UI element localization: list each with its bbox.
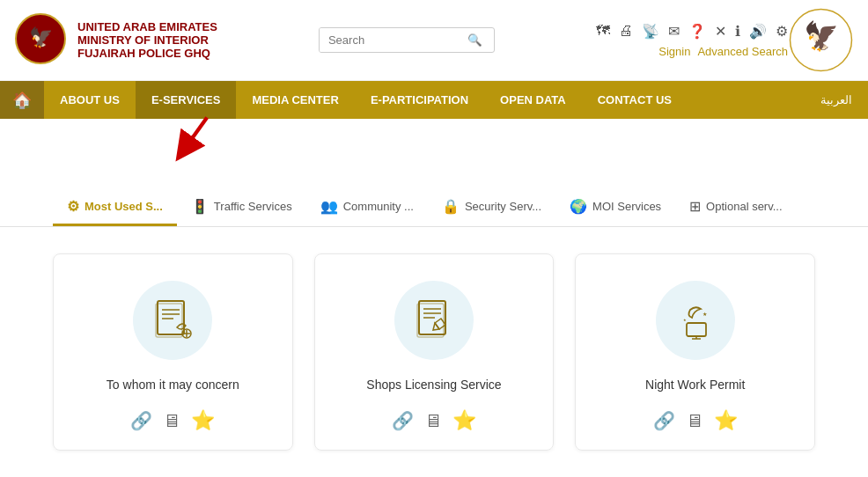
svg-line-4 — [184, 118, 207, 150]
tabs: ⚙ Most Used S... 🚦 Traffic Services 👥 Co… — [53, 189, 815, 226]
optional-icon: ⊞ — [689, 198, 701, 215]
tab-most-used[interactable]: ⚙ Most Used S... — [53, 189, 177, 226]
tab-moi[interactable]: 🌍 MOI Services — [555, 189, 675, 226]
community-icon: 👥 — [320, 198, 338, 215]
card-1-link-icon[interactable]: 🔗 — [130, 410, 152, 431]
tab-most-used-label: Most Used S... — [85, 200, 163, 213]
tab-community[interactable]: 👥 Community ... — [306, 189, 428, 226]
svg-text:🦅: 🦅 — [29, 26, 54, 49]
tab-security[interactable]: 🔒 Security Serv... — [428, 189, 555, 226]
security-icon: 🔒 — [442, 198, 460, 215]
print-icon[interactable]: 🖨 — [619, 23, 633, 39]
card-3-service-icon: ★ ★ — [671, 297, 719, 345]
card-3-actions: 🔗 🖥 ⭐ — [653, 409, 738, 432]
card-3: ★ ★ Night Work Permit 🔗 🖥 ⭐ — [575, 253, 815, 451]
svg-text:🦅: 🦅 — [804, 19, 839, 53]
help-icon[interactable]: ❓ — [688, 23, 706, 40]
logo-emblem: 🦅 — [14, 12, 67, 69]
card-2-title: Shops Licensing Service — [366, 378, 501, 392]
settings-icon[interactable]: ⚙ — [776, 23, 788, 40]
org-text: UNITED ARAB EMIRATES MINISTRY OF INTERIO… — [77, 20, 217, 60]
card-3-icon-circle: ★ ★ — [656, 281, 735, 360]
tab-community-label: Community ... — [343, 200, 414, 213]
nav-home-button[interactable]: 🏠 — [0, 81, 44, 119]
main-nav: 🏠 ABOUT US E-SERVICES MEDIA CENTER E-PAR… — [0, 81, 868, 119]
signin-link[interactable]: Signin — [658, 45, 690, 58]
card-1-star[interactable]: ⭐ — [191, 409, 215, 432]
org-line2: MINISTRY OF INTERIOR — [77, 33, 217, 47]
svg-text:★: ★ — [702, 312, 707, 317]
nav-arabic[interactable]: العربية — [805, 81, 868, 119]
traffic-icon: 🚦 — [191, 198, 209, 215]
info-icon[interactable]: ℹ — [735, 23, 740, 40]
svg-text:★: ★ — [683, 318, 687, 322]
tab-traffic-label: Traffic Services — [214, 200, 292, 213]
card-3-link-icon[interactable]: 🔗 — [653, 410, 675, 431]
search-box: 🔍 — [319, 27, 495, 53]
moi-icon: 🌍 — [570, 198, 587, 215]
card-2: Shops Licensing Service 🔗 🖥 ⭐ — [314, 253, 555, 451]
header-right-logo: 🦅 — [788, 7, 854, 73]
tab-optional[interactable]: ⊞ Optional serv... — [675, 189, 796, 226]
arrow-overlay — [0, 119, 868, 172]
close-icon[interactable]: ✕ — [715, 23, 726, 40]
email-icon[interactable]: ✉ — [668, 23, 680, 40]
tab-moi-label: MOI Services — [592, 200, 661, 213]
card-1-icon-circle — [133, 281, 212, 360]
nav-item-eservices[interactable]: E-SERVICES — [136, 81, 237, 119]
card-2-actions: 🔗 🖥 ⭐ — [392, 409, 476, 432]
rss-icon[interactable]: 📡 — [642, 23, 659, 40]
svg-rect-9 — [156, 304, 182, 337]
card-1-service-icon — [149, 297, 197, 345]
tab-traffic[interactable]: 🚦 Traffic Services — [177, 189, 306, 226]
nav-item-about[interactable]: ABOUT US — [44, 81, 136, 119]
search-input[interactable] — [320, 28, 460, 52]
svg-rect-18 — [687, 323, 706, 336]
content-area: To whom it may concern 🔗 🖥 ⭐ — [0, 227, 868, 477]
header-auth: Signin Advanced Search — [658, 45, 788, 58]
header-left: 🦅 UNITED ARAB EMIRATES MINISTRY OF INTER… — [14, 12, 217, 69]
advanced-search-link[interactable]: Advanced Search — [697, 45, 788, 58]
card-2-service-icon — [410, 297, 459, 345]
tab-security-label: Security Serv... — [465, 200, 541, 213]
header-icons: 🗺 🖨 📡 ✉ ❓ ✕ ℹ 🔊 ⚙ — [596, 23, 788, 40]
card-3-title: Night Work Permit — [645, 378, 745, 392]
nav-item-eparticipation[interactable]: E-PARTICIPATION — [355, 81, 484, 119]
card-1-screen-icon[interactable]: 🖥 — [163, 411, 180, 431]
nav-item-opendata[interactable]: OPEN DATA — [484, 81, 582, 119]
card-2-icon-circle — [394, 281, 474, 360]
tab-optional-label: Optional serv... — [706, 200, 782, 213]
card-2-link-icon[interactable]: 🔗 — [392, 410, 414, 431]
search-button[interactable]: 🔍 — [460, 28, 489, 52]
nav-item-media[interactable]: MEDIA CENTER — [236, 81, 354, 119]
card-1-actions: 🔗 🖥 ⭐ — [130, 409, 215, 432]
org-line1: UNITED ARAB EMIRATES — [77, 20, 217, 33]
card-2-screen-icon[interactable]: 🖥 — [424, 411, 442, 431]
audio-icon[interactable]: 🔊 — [749, 23, 767, 40]
most-used-icon: ⚙ — [67, 198, 79, 215]
card-1-title: To whom it may concern — [107, 378, 239, 392]
card-2-star[interactable]: ⭐ — [452, 409, 476, 432]
tabs-section: ⚙ Most Used S... 🚦 Traffic Services 👥 Co… — [0, 172, 868, 227]
card-1: To whom it may concern 🔗 🖥 ⭐ — [53, 253, 293, 451]
map-icon[interactable]: 🗺 — [596, 23, 610, 39]
card-3-screen-icon[interactable]: 🖥 — [686, 411, 703, 431]
org-line3: FUJAIRAH POLICE GHQ — [77, 47, 217, 60]
header: 🦅 UNITED ARAB EMIRATES MINISTRY OF INTER… — [0, 0, 868, 81]
header-center: 🔍 — [217, 27, 596, 53]
home-icon: 🏠 — [12, 91, 32, 110]
cards-grid: To whom it may concern 🔗 🖥 ⭐ — [53, 253, 815, 451]
nav-item-contact[interactable]: CONTACT US — [582, 81, 688, 119]
card-3-star[interactable]: ⭐ — [714, 409, 738, 432]
